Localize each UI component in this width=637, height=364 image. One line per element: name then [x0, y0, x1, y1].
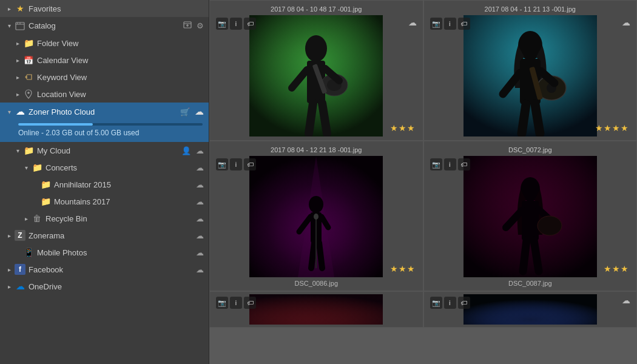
photo-tag-btn-3[interactable]: 🏷: [244, 158, 256, 170]
photo-tag-btn-5[interactable]: 🏷: [244, 297, 256, 309]
sidebar-item-location-view[interactable]: Location View: [0, 86, 209, 103]
sidebar-item-facebook[interactable]: f Facebook ☁: [0, 261, 209, 278]
mobile-cloud-icon: ☁: [195, 248, 205, 258]
my-cloud-label: My Cloud: [37, 146, 180, 155]
sidebar-item-folder-view[interactable]: 📁 Folder View: [0, 35, 209, 52]
photo-icons-1: 📷 i 🏷: [216, 18, 256, 30]
photo-placeholder-5: [249, 294, 383, 325]
storage-text: Online - 2.03 GB out of 5.00 GB used: [18, 129, 139, 137]
svg-point-40: [314, 214, 318, 220]
svg-point-8: [26, 76, 27, 78]
catalog-add-icon[interactable]: [182, 20, 193, 32]
photo-info-btn-6[interactable]: i: [444, 297, 456, 309]
onedrive-label: OneDrive: [29, 282, 205, 291]
photo-camera-btn-6[interactable]: 📷: [430, 297, 442, 309]
annihilator-cloud-icon: ☁: [195, 180, 205, 190]
photo-tag-btn-4[interactable]: 🏷: [458, 158, 470, 170]
sidebar-item-annihilator[interactable]: 📁 Annihilator 2015 ☁: [0, 176, 209, 193]
photo-tag-btn-1[interactable]: 🏷: [244, 18, 256, 30]
photo-img-wrapper-2: 📷 i 🏷 ☁ ★★★★: [428, 15, 633, 136]
photo-camera-btn-4[interactable]: 📷: [430, 158, 442, 170]
sidebar-item-cloud[interactable]: ☁ Zoner Photo Cloud 🛒 ☁: [0, 103, 209, 121]
sidebar-item-keyword-view[interactable]: Keyword View: [0, 69, 209, 86]
svg-rect-53: [463, 294, 597, 325]
sidebar-item-onedrive[interactable]: ☁ OneDrive: [0, 278, 209, 295]
catalog-icon: [15, 21, 25, 32]
photo-tag-btn-2[interactable]: 🏷: [458, 18, 470, 30]
sidebar-item-zonerama[interactable]: Z Zonerama ☁: [0, 227, 209, 244]
photo-stars-1: ★★★: [390, 123, 416, 133]
photo-filename-1: 2017 08 04 - 10 48 17 -001.jpg: [214, 5, 419, 13]
favorites-chevron: [5, 4, 13, 13]
svg-line-28: [522, 104, 526, 133]
sidebar-item-mobile-photos[interactable]: 📱 Mobile Photos ☁: [0, 244, 209, 261]
sidebar-item-catalog[interactable]: Catalog ⚙: [0, 17, 209, 35]
location-view-label: Location View: [37, 90, 205, 99]
photo-info-btn-5[interactable]: i: [230, 297, 242, 309]
sidebar-item-recycle-bin[interactable]: 🗑 Recycle Bin ☁: [0, 210, 209, 227]
sidebar-item-calendar-view[interactable]: 📅 Calendar View: [0, 52, 209, 69]
photo-cell-5[interactable]: 📷 i 🏷: [209, 291, 423, 328]
my-cloud-chevron: [13, 146, 22, 155]
photo-cell-4[interactable]: DSC_0072.jpg: [423, 141, 638, 291]
keyword-view-icon: [23, 72, 34, 83]
mountains-label: Mountains 2017: [54, 197, 195, 206]
photo-camera-btn-3[interactable]: 📷: [216, 158, 228, 170]
photo-tag-btn-6[interactable]: 🏷: [458, 297, 470, 309]
photo-svg-1: [249, 15, 383, 136]
photo-filename-4: DSC_0072.jpg: [428, 146, 633, 153]
photo-icons-3: 📷 i 🏷: [216, 158, 256, 170]
concerts-folder-icon: 📁: [32, 162, 42, 173]
my-cloud-person-icon[interactable]: 👤: [180, 146, 192, 156]
photo-info-btn-4[interactable]: i: [444, 158, 456, 170]
sidebar-item-concerts[interactable]: 📁 Concerts ☁: [0, 159, 209, 176]
photo-placeholder-4: [463, 156, 597, 277]
keyword-view-chevron: [13, 73, 22, 81]
sidebar-item-favorites[interactable]: ★ Favorites: [0, 0, 209, 17]
calendar-view-icon: 📅: [23, 55, 34, 66]
photo-camera-btn-5[interactable]: 📷: [216, 297, 228, 309]
sidebar: ★ Favorites Catalog ⚙ 📁 Folder View 📅 Ca…: [0, 0, 209, 364]
my-cloud-cloud-icon[interactable]: ☁: [195, 146, 205, 156]
location-view-icon: [23, 89, 34, 99]
cloud-action-icon[interactable]: ☁: [194, 106, 205, 118]
mountains-folder-icon: 📁: [40, 196, 51, 207]
photo-camera-btn-2[interactable]: 📷: [430, 18, 442, 30]
photo-cell-3[interactable]: 2017 08 04 - 12 21 18 -001.jpg: [209, 141, 423, 291]
photo-cell-1[interactable]: 2017 08 04 - 10 48 17 -001.jpg: [209, 0, 423, 141]
catalog-settings-icon[interactable]: ⚙: [195, 21, 205, 31]
photo-stars-3: ★★★: [390, 264, 416, 274]
catalog-label: Catalog: [29, 21, 182, 30]
sidebar-item-my-cloud[interactable]: 📁 My Cloud 👤 ☁: [0, 142, 209, 159]
folder-view-chevron: [13, 39, 22, 47]
cloud-actions: 🛒 ☁: [179, 106, 205, 118]
keyword-view-label: Keyword View: [37, 73, 205, 82]
zonerama-cloud-icon: ☁: [195, 231, 205, 241]
svg-line-29: [535, 104, 540, 133]
cloud-label: Zoner Photo Cloud: [29, 107, 179, 116]
zonerama-chevron: [5, 231, 13, 240]
calendar-view-label: Calendar View: [37, 56, 205, 65]
svg-line-37: [311, 243, 314, 268]
sidebar-item-mountains[interactable]: 📁 Mountains 2017 ☁: [0, 193, 209, 210]
annihilator-label: Annihilator 2015: [54, 180, 195, 189]
photo-icons-2: 📷 i 🏷: [430, 18, 470, 30]
photo-info-btn-3[interactable]: i: [230, 158, 242, 170]
svg-point-9: [27, 92, 30, 94]
cloud-main-icon: ☁: [15, 106, 25, 117]
photo-camera-btn-1[interactable]: 📷: [216, 18, 228, 30]
photo-cloud-6: ☁: [622, 295, 630, 305]
photo-svg-5: [249, 294, 383, 325]
photo-stars-2: ★★★★: [595, 123, 629, 133]
recycle-bin-label: Recycle Bin: [46, 214, 195, 223]
photo-img-wrapper-5: 📷 i 🏷: [214, 294, 419, 325]
mountains-cloud-icon: ☁: [195, 197, 205, 207]
calendar-view-chevron: [13, 56, 22, 64]
zonerama-icon: Z: [15, 230, 25, 241]
photo-cell-2[interactable]: 2017 08 04 - 11 21 13 -001.jpg: [423, 0, 638, 141]
storage-bar-fill: [18, 123, 93, 126]
photo-info-btn-1[interactable]: i: [230, 18, 242, 30]
photo-info-btn-2[interactable]: i: [444, 18, 456, 30]
cart-icon[interactable]: 🛒: [179, 107, 191, 117]
photo-cell-6[interactable]: 📷 i 🏷 ☁: [423, 291, 638, 328]
